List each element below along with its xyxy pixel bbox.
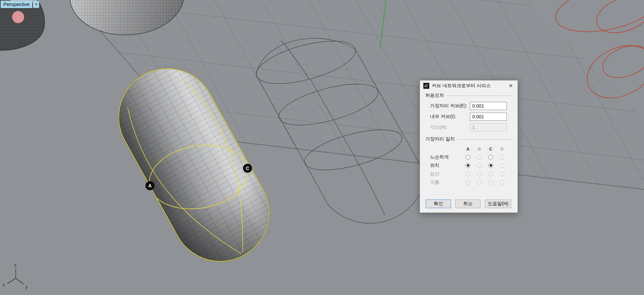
viewport-title[interactable]: Perspective ▼ <box>1 1 39 8</box>
radio-curvature-a <box>466 180 470 185</box>
surface-from-curve-network-dialog: 커브 네트워크로부터 서피스 ✕ 허용오차 가장자리 커브(E): 내부 커브(… <box>420 80 518 213</box>
viewport-menu-arrow-icon[interactable]: ▼ <box>33 1 39 8</box>
radio-tangency-b <box>477 172 482 176</box>
dialog-titlebar[interactable]: 커브 네트워크로부터 서피스 ✕ <box>420 80 518 91</box>
interior-curve-field-row: 내부 커브(I): <box>425 113 512 121</box>
row-label-position: 위치 <box>430 161 462 170</box>
dialog-title: 커브 네트워크로부터 서피스 <box>432 83 506 89</box>
radio-loose-a[interactable] <box>466 155 470 160</box>
radio-curvature-b <box>477 180 482 185</box>
radio-tangency-a <box>466 172 470 176</box>
tolerance-group-title: 허용오차 <box>425 93 444 99</box>
radio-cell <box>496 153 508 161</box>
radio-position-a[interactable] <box>466 163 470 168</box>
edge-curve-field-row: 가장자리 커브(E): <box>425 102 512 110</box>
viewport-title-label[interactable]: Perspective <box>1 1 32 8</box>
radio-loose-b <box>477 155 482 160</box>
edge-matching-group-header: 가장자리 일치 <box>425 136 512 142</box>
axis-z-label: z <box>14 262 16 268</box>
radio-cell <box>485 170 496 178</box>
edge-curve-label: 가장자리 커브(E): <box>430 103 470 109</box>
column-header-b: B <box>474 145 485 153</box>
radio-loose-d <box>500 155 504 160</box>
angle-field-row: 각도(N): <box>425 123 512 131</box>
column-header-c: C <box>485 145 496 153</box>
row-label-curvature: 곡률 <box>430 178 462 186</box>
radio-cell <box>474 170 485 178</box>
edge-marker-c[interactable]: C <box>243 164 252 173</box>
close-icon[interactable]: ✕ <box>506 82 516 90</box>
scene-canvas[interactable]: A C z x y <box>0 0 644 295</box>
dialog-buttons: 확인 취소 도움말(H) <box>426 199 511 208</box>
radio-tangency-c <box>488 172 493 176</box>
radio-cell <box>462 161 474 170</box>
radio-cell <box>474 178 485 186</box>
row-label-loose: 느슨하게 <box>430 153 462 161</box>
edge-curve-input[interactable] <box>470 102 507 110</box>
interior-curve-input[interactable] <box>470 113 507 121</box>
cancel-button[interactable]: 취소 <box>455 199 481 208</box>
radio-cell <box>496 161 508 170</box>
group-rule <box>446 96 512 96</box>
axis-y-label: y <box>25 284 28 289</box>
radio-curvature-c <box>488 180 493 185</box>
column-header-d: D <box>496 145 508 153</box>
radio-tangency-d <box>500 172 504 176</box>
radio-cell <box>485 153 496 161</box>
radio-cell <box>474 153 485 161</box>
radio-cell <box>485 161 496 170</box>
radio-curvature-d <box>500 180 504 185</box>
radio-cell <box>462 153 474 161</box>
rhino-viewport: A C z x y Perspective ▼ 커브 네트워크로부터 서피스 ✕ <box>0 0 644 295</box>
edge-matching-group-title: 가장자리 일치 <box>425 136 455 142</box>
tolerance-group-header: 허용오차 <box>425 93 512 99</box>
edge-marker-a[interactable]: A <box>146 181 155 190</box>
rhino-icon <box>423 83 429 89</box>
radio-loose-c[interactable] <box>488 155 493 160</box>
row-label-tangency: 접선 <box>430 170 462 178</box>
radio-cell <box>462 170 474 178</box>
radio-position-c[interactable] <box>488 163 493 168</box>
edge-marker-c-label: C <box>246 166 249 171</box>
control-point-dot[interactable] <box>12 11 24 23</box>
angle-label: 각도(N): <box>430 124 470 130</box>
axis-x-label: x <box>3 282 5 287</box>
column-header-a: A <box>462 145 474 153</box>
radio-cell <box>462 178 474 186</box>
dialog-body: 허용오차 가장자리 커브(E): 내부 커브(I): 각도(N): 가장자리 일… <box>420 93 518 186</box>
radio-cell <box>496 178 508 186</box>
radio-cell <box>496 170 508 178</box>
angle-input <box>470 123 507 131</box>
edge-marker-a-label: A <box>148 183 152 188</box>
radio-position-b <box>477 163 482 168</box>
help-button[interactable]: 도움말(H) <box>485 199 511 208</box>
edge-matching-grid: A B C D 느슨하게 위치 접선 <box>425 145 512 186</box>
radio-position-d <box>500 163 504 168</box>
radio-cell <box>485 178 496 186</box>
radio-cell <box>474 161 485 170</box>
interior-curve-label: 내부 커브(I): <box>430 114 470 120</box>
group-rule <box>457 139 512 139</box>
ok-button[interactable]: 확인 <box>426 199 451 208</box>
